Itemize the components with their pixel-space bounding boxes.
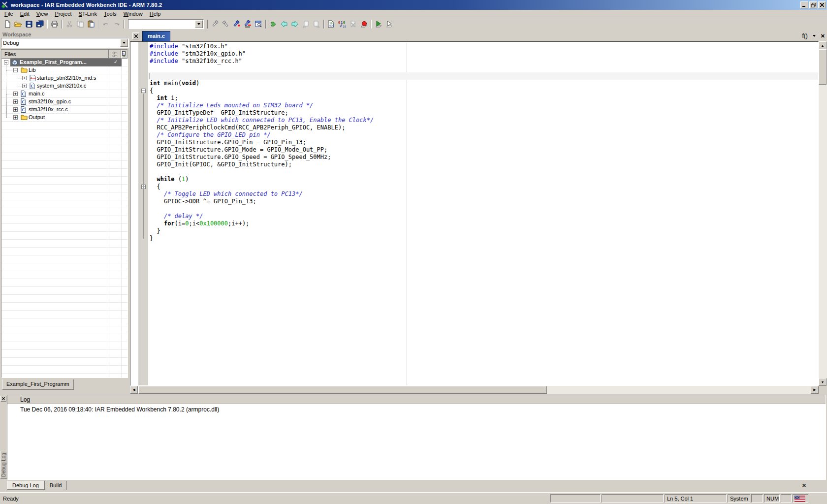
save-all-button[interactable]	[34, 19, 45, 30]
find-in-files-button[interactable]	[253, 19, 264, 30]
tree-item-output[interactable]: +Output	[1, 114, 127, 122]
code-line-6[interactable]: int main(void)	[150, 80, 199, 87]
panel-close-button[interactable]	[132, 32, 139, 39]
copy-button[interactable]	[75, 19, 86, 30]
navigate-backward-button[interactable]	[279, 19, 289, 30]
code-line-21[interactable]: /* Toggle LED which connected to PC13*/	[150, 190, 303, 198]
expand-icon[interactable]: +	[13, 107, 18, 112]
code-line-3[interactable]: #include "stm32f10x_rcc.h"	[150, 58, 242, 65]
code-line-14[interactable]: GPIO_InitStructure.GPIO_Pin = GPIO_Pin_1…	[150, 139, 306, 146]
code-line-2[interactable]: #include "stm32f10x_gpio.h"	[150, 50, 246, 58]
code-line-10[interactable]: GPIO_InitTypeDef GPIO_InitStructure;	[150, 109, 288, 117]
tree-item-stm32f10x-rcc-c[interactable]: +Cstm32f10x_rcc.c	[1, 106, 127, 114]
code-line-12[interactable]: RCC_APB2PeriphClockCmd(RCC_APB2Periph_GP…	[150, 124, 345, 131]
tab-debug-log[interactable]: Debug Log	[7, 480, 44, 490]
editor-tab-main-c[interactable]: main.c	[142, 31, 170, 41]
expand-icon[interactable]: +	[13, 92, 18, 96]
fold-collapse-icon[interactable]: −	[141, 89, 146, 93]
workspace-bottom-tab[interactable]: Example_First_Programm	[2, 379, 74, 390]
code-line-11[interactable]: /* Initialize LED which connected to PC1…	[150, 117, 374, 124]
restore-button[interactable]	[809, 1, 817, 8]
cut-button[interactable]	[64, 19, 75, 30]
navigate-forward-button[interactable]	[289, 19, 300, 30]
expand-icon[interactable]: +	[22, 76, 27, 80]
new-file-button[interactable]	[2, 19, 13, 30]
menu-tools[interactable]: Tools	[100, 10, 120, 17]
close-button[interactable]	[818, 1, 826, 8]
menu-project[interactable]: Project	[51, 10, 75, 17]
output-close-icon[interactable]: ✕	[801, 482, 807, 489]
toggle-breakpoint-button[interactable]	[358, 19, 369, 30]
expand-icon[interactable]: +	[13, 115, 18, 120]
code-editor[interactable]: #include "stm32f10x.h"#include "stm32f10…	[130, 41, 819, 386]
make-button[interactable]: 01010	[337, 19, 348, 30]
horizontal-scroll-thumb[interactable]	[138, 386, 547, 394]
compile-button[interactable]: 1001	[326, 19, 337, 30]
code-line-16[interactable]: GPIO_InitStructure.GPIO_Speed = GPIO_Spe…	[150, 154, 331, 161]
code-line-19[interactable]: while (1)	[150, 176, 189, 183]
editor-close-icon[interactable]: ✕	[821, 33, 825, 39]
tree-item-lib[interactable]: −Lib	[1, 66, 127, 74]
quick-search-dropdown-icon[interactable]	[195, 20, 203, 28]
code-line-8[interactable]: int i;	[150, 94, 178, 102]
menu-file[interactable]: File	[1, 10, 17, 17]
code-line-15[interactable]: GPIO_InitStructure.GPIO_Mode = GPIO_Mode…	[150, 146, 327, 154]
log-close-button[interactable]	[0, 396, 6, 402]
go-to-button[interactable]	[268, 19, 279, 30]
open-file-button[interactable]	[13, 19, 24, 30]
code-line-13[interactable]: /* Configure the GPIO_LED pin */	[150, 131, 271, 139]
menu-edit[interactable]: Edit	[17, 10, 33, 17]
print-button[interactable]	[49, 19, 60, 30]
function-list-button[interactable]: f()	[802, 32, 807, 39]
configuration-dropdown-icon[interactable]	[120, 39, 128, 47]
code-line-27[interactable]: }	[150, 235, 153, 242]
code-line-25[interactable]: for(i=0;i<0x100000;i++);	[150, 220, 249, 227]
code-line-17[interactable]: GPIO_Init(GPIOC, &GPIO_InitStructure);	[150, 161, 292, 168]
editor-horizontal-scrollbar[interactable]: ◀ ▶	[130, 386, 819, 394]
configuration-dropdown[interactable]: Debug	[1, 38, 129, 48]
code-lines[interactable]: #include "stm32f10x.h"#include "stm32f10…	[130, 43, 818, 385]
workspace-panel-title[interactable]: Workspace	[1, 31, 129, 38]
debug-without-downloading-button[interactable]	[384, 19, 395, 30]
scroll-up-icon[interactable]: ▲	[819, 41, 827, 49]
status-language-cell[interactable]	[793, 494, 808, 503]
menu-help[interactable]: Help	[146, 10, 164, 17]
menu-view[interactable]: View	[33, 10, 52, 17]
log-side-tab-label[interactable]: Debug Log	[0, 451, 7, 479]
redo-button[interactable]	[111, 19, 122, 30]
replace-button[interactable]	[242, 19, 253, 30]
previous-bookmark-button[interactable]	[300, 19, 311, 30]
scroll-right-icon[interactable]: ▶	[811, 386, 819, 394]
tree-item-main-c[interactable]: +Cmain.c	[1, 90, 127, 98]
tab-build[interactable]: Build	[44, 481, 67, 490]
find-next-button[interactable]	[221, 19, 231, 30]
files-column-header[interactable]: Files	[1, 50, 109, 59]
expand-icon[interactable]: +	[22, 84, 27, 88]
tree-item-example-first-program[interactable]: −Example_First_Program...✓	[1, 59, 127, 66]
menu-stlink[interactable]: ST-Link	[75, 10, 100, 17]
download-and-debug-button[interactable]	[373, 19, 384, 30]
tab-list-dropdown-icon[interactable]	[813, 35, 816, 38]
save-button[interactable]	[24, 19, 34, 30]
tree-item-stm32f10x-gpio-c[interactable]: +Cstm32f10x_gpio.c	[1, 98, 127, 106]
undo-button[interactable]	[100, 19, 111, 30]
code-line-7[interactable]: {	[150, 87, 153, 94]
menu-window[interactable]: Window	[120, 10, 146, 17]
next-bookmark-button[interactable]	[311, 19, 322, 30]
vertical-scroll-thumb[interactable]	[819, 49, 827, 85]
find-previous-button[interactable]	[210, 19, 221, 30]
minimize-button[interactable]	[800, 1, 808, 8]
scroll-left-icon[interactable]: ◀	[130, 386, 138, 394]
code-line-20[interactable]: {	[150, 183, 160, 190]
code-line-24[interactable]: /* delay */	[150, 213, 203, 220]
paste-button[interactable]	[86, 19, 96, 30]
code-line-9[interactable]: /* Initialize Leds mounted on STM32 boar…	[150, 102, 313, 109]
code-line-22[interactable]: GPIOC->ODR ^= GPIO_Pin_13;	[150, 198, 256, 205]
expand-icon[interactable]: +	[13, 99, 18, 104]
output-column-header[interactable]: 01	[121, 50, 127, 59]
code-line-1[interactable]: #include "stm32f10x.h"	[150, 43, 228, 50]
options-column-header[interactable]	[109, 50, 121, 59]
find-button[interactable]	[231, 19, 242, 30]
stop-build-button[interactable]	[348, 19, 358, 30]
scroll-down-icon[interactable]: ▼	[819, 378, 827, 386]
